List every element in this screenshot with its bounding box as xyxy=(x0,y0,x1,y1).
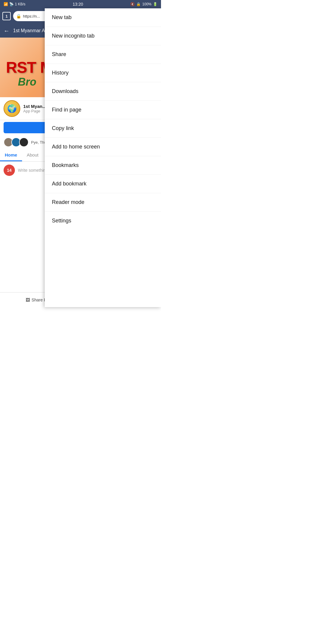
tab-about[interactable]: About xyxy=(22,149,43,161)
avatar-3 xyxy=(19,137,29,147)
menu-item-bookmarks[interactable]: Bookmarks xyxy=(45,156,161,175)
page-title-text: 1st Myanmar Ar xyxy=(13,28,47,33)
menu-item-downloads[interactable]: Downloads xyxy=(45,82,161,101)
vpn-icon: 🔒 xyxy=(136,2,141,6)
menu-item-history[interactable]: History xyxy=(45,64,161,82)
battery-text: 100% xyxy=(142,2,151,6)
user-avatar: 14 xyxy=(4,165,15,176)
battery-icon: 🔋 xyxy=(153,2,157,6)
speed-text: 1 KB/s xyxy=(15,2,25,6)
banner-text-bro: Bro xyxy=(18,76,36,88)
menu-item-reader-mode[interactable]: Reader mode xyxy=(45,193,161,212)
jersey-number: 14 xyxy=(7,168,12,173)
profile-avatar: 🌍 xyxy=(4,100,20,117)
share-photo-icon: 🖼 xyxy=(26,298,30,302)
url-text: https://n... xyxy=(23,14,40,18)
tab-count: 1 xyxy=(5,14,7,18)
menu-item-settings[interactable]: Settings xyxy=(45,212,161,230)
status-right: 🔇 🔒 100% 🔋 xyxy=(130,2,157,6)
signal-icon: 📶 xyxy=(4,2,8,6)
tab-home[interactable]: Home xyxy=(0,149,22,161)
back-arrow-icon[interactable]: ← xyxy=(4,27,10,34)
lock-icon: 🔒 xyxy=(16,14,21,18)
menu-item-new-incognito-tab[interactable]: New incognito tab xyxy=(45,27,161,45)
menu-item-add-to-home-screen[interactable]: Add to home screen xyxy=(45,138,161,156)
menu-item-new-tab[interactable]: New tab xyxy=(45,8,161,27)
wifi-icon: 📡 xyxy=(9,2,14,6)
dropdown-menu: New tabNew incognito tabShareHistoryDown… xyxy=(45,8,161,307)
avatar-stack xyxy=(4,137,29,147)
menu-item-find-in-page[interactable]: Find in page xyxy=(45,101,161,119)
status-bar: 📶 📡 1 KB/s 13:20 🔇 🔒 100% 🔋 xyxy=(0,0,161,8)
status-time: 13:20 xyxy=(73,2,83,7)
tab-count-box[interactable]: 1 xyxy=(2,12,11,20)
mute-icon: 🔇 xyxy=(130,2,135,6)
status-left: 📶 📡 1 KB/s xyxy=(4,2,25,6)
menu-item-add-bookmark[interactable]: Add bookmark xyxy=(45,175,161,193)
menu-item-share[interactable]: Share xyxy=(45,45,161,64)
menu-item-copy-link[interactable]: Copy link xyxy=(45,119,161,138)
